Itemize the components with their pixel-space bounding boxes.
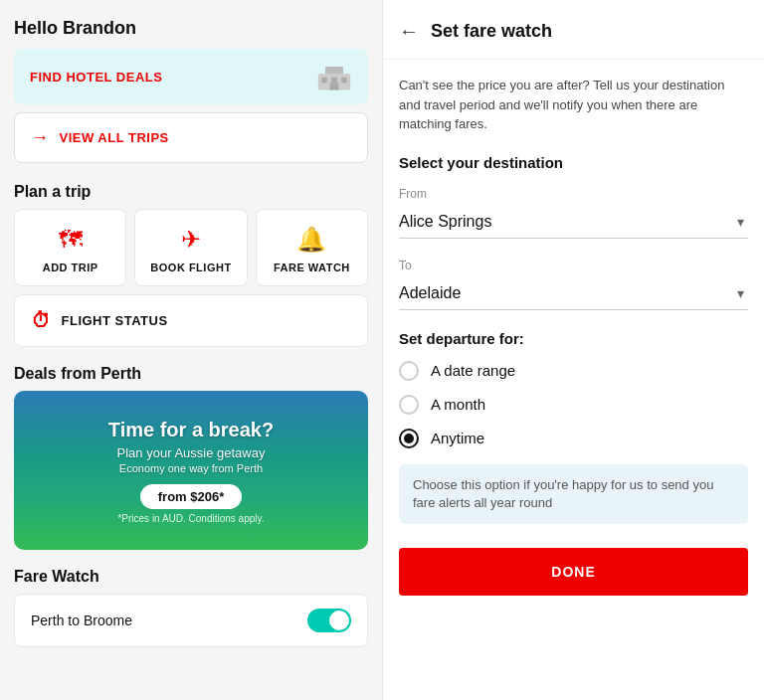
plan-section-title: Plan a trip	[0, 169, 382, 209]
flight-status-label: FLIGHT STATUS	[62, 313, 168, 328]
panel-body: Can't see the price you are after? Tell …	[383, 60, 764, 700]
plane-icon: ✈	[181, 226, 201, 254]
view-trips-label: VIEW ALL TRIPS	[60, 130, 169, 145]
fare-watch-toggle[interactable]	[307, 609, 351, 632]
bell-icon: 🔔	[296, 226, 326, 254]
deal-main-text: Time for a break?	[108, 418, 274, 441]
from-select[interactable]: Alice Springs Sydney Melbourne Perth	[399, 205, 748, 239]
from-label: From	[399, 187, 748, 201]
greeting: Hello Brandon	[0, 0, 382, 49]
deal-overlay: Time for a break? Plan your Aussie getaw…	[14, 391, 368, 550]
radio-circle-anytime	[399, 429, 419, 448]
fare-watch-section-title: Fare Watch	[0, 564, 382, 594]
fare-watch-button[interactable]: 🔔 FARE WATCH	[256, 209, 368, 286]
svg-rect-5	[330, 83, 339, 89]
book-flight-label: BOOK FLIGHT	[150, 262, 231, 273]
departure-title: Set departure for:	[399, 330, 748, 347]
svg-rect-3	[331, 78, 336, 83]
fare-watch-route: Perth to Broome	[31, 612, 132, 628]
add-trip-button[interactable]: 🗺 ADD TRIP	[14, 209, 126, 286]
deal-sub-text2: Economy one way from Perth	[119, 462, 263, 474]
radio-date-range[interactable]: A date range	[399, 361, 748, 381]
right-panel: ← Set fare watch Can't see the price you…	[382, 0, 764, 700]
hotel-banner-label: FIND HOTEL DEALS	[30, 70, 162, 85]
radio-label-date-range: A date range	[431, 362, 515, 379]
svg-rect-1	[325, 67, 343, 74]
radio-circle-date-range	[399, 361, 419, 381]
map-icon: 🗺	[59, 226, 83, 254]
deal-banner[interactable]: Time for a break? Plan your Aussie getaw…	[14, 391, 368, 550]
svg-rect-2	[321, 78, 326, 83]
deals-title: Deals from Perth	[0, 361, 382, 391]
done-button[interactable]: DONE	[399, 548, 748, 596]
back-button[interactable]: ←	[399, 20, 419, 43]
flight-status-button[interactable]: ⏱ FLIGHT STATUS	[14, 294, 368, 347]
arrow-right-icon: →	[31, 127, 50, 148]
radio-circle-a-month	[399, 395, 419, 415]
to-label: To	[399, 259, 748, 272]
to-select[interactable]: Adelaide Sydney Melbourne Perth	[399, 276, 748, 310]
radio-group: A date range A month Anytime	[399, 361, 748, 448]
panel-title: Set fare watch	[431, 21, 552, 42]
view-trips-button[interactable]: → VIEW ALL TRIPS	[14, 112, 368, 163]
add-trip-label: ADD TRIP	[43, 262, 98, 273]
svg-rect-4	[341, 78, 346, 83]
fare-watch-item[interactable]: Perth to Broome	[14, 594, 368, 647]
hotel-icon	[316, 63, 352, 90]
radio-label-a-month: A month	[431, 396, 485, 413]
radio-anytime[interactable]: Anytime	[399, 429, 748, 448]
from-field-group: From Alice Springs Sydney Melbourne Pert…	[399, 187, 748, 239]
destination-title: Select your destination	[399, 154, 748, 171]
radio-a-month[interactable]: A month	[399, 395, 748, 415]
radio-label-anytime: Anytime	[431, 430, 484, 446]
to-field-group: To Adelaide Sydney Melbourne Perth	[399, 259, 748, 310]
fare-watch-section: Fare Watch Perth to Broome	[0, 564, 382, 647]
deal-sub-text: Plan your Aussie getaway	[117, 445, 266, 460]
description-text: Can't see the price you are after? Tell …	[399, 76, 748, 134]
book-flight-button[interactable]: ✈ BOOK FLIGHT	[134, 209, 247, 286]
fare-watch-label: FARE WATCH	[274, 262, 350, 273]
plan-grid: 🗺 ADD TRIP ✈ BOOK FLIGHT 🔔 FARE WATCH	[14, 209, 368, 286]
hotel-banner[interactable]: FIND HOTEL DEALS	[14, 49, 368, 104]
clock-icon: ⏱	[31, 309, 52, 332]
deal-price[interactable]: from $206*	[140, 484, 242, 509]
deal-conditions: *Prices in AUD. Conditions apply.	[117, 513, 264, 524]
left-panel: Hello Brandon FIND HOTEL DEALS → VIEW AL…	[0, 0, 382, 700]
panel-header: ← Set fare watch	[383, 0, 764, 60]
from-select-wrapper[interactable]: Alice Springs Sydney Melbourne Perth	[399, 205, 748, 239]
anytime-hint: Choose this option if you're happy for u…	[399, 464, 748, 524]
to-select-wrapper[interactable]: Adelaide Sydney Melbourne Perth	[399, 276, 748, 310]
